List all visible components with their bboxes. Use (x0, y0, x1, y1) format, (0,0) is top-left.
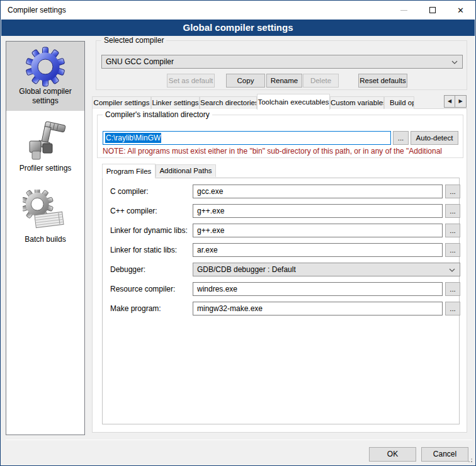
sidebar-item-label: Profiler settings (13, 164, 78, 173)
blue-gear-icon (25, 47, 65, 87)
page-title: Global compiler settings (1, 20, 475, 36)
settings-category-list: Global compiler settings (6, 41, 85, 435)
cpp-compiler-input[interactable] (193, 204, 443, 218)
selected-compiler-group: Selected compiler GNU GCC Compiler Set a… (96, 40, 467, 90)
installation-note: NOTE: All programs must exist either in … (103, 147, 461, 156)
sidebar-item-batch-builds[interactable]: Batch builds (6, 190, 84, 244)
settings-tab-bar: Compiler settings Linker settings Search… (92, 94, 467, 110)
resource-compiler-input[interactable] (193, 282, 443, 296)
installation-directory-value: C:\raylib\MinGW (105, 133, 161, 143)
installation-directory-input[interactable]: C:\raylib\MinGW (103, 131, 391, 145)
reset-defaults-button[interactable]: Reset defaults (358, 74, 407, 88)
tab-compiler-settings[interactable]: Compiler settings (92, 96, 151, 109)
debugger-label: Debugger: (110, 263, 145, 276)
window-title: Compiler settings (8, 1, 66, 20)
auto-detect-button[interactable]: Auto-detect (411, 131, 458, 145)
program-tab-bar: Program Files Additional Paths (102, 164, 216, 178)
close-icon: ✕ (457, 6, 464, 14)
tab-search-directories[interactable]: Search directories (200, 96, 257, 109)
chevron-down-icon (451, 60, 458, 64)
dynamic-linker-input[interactable] (193, 224, 443, 237)
compiler-select[interactable]: GNU GCC Compiler (101, 55, 463, 69)
minimize-icon (400, 10, 407, 11)
field-row: C compiler: ... (103, 185, 459, 198)
cpp-compiler-label: C++ compiler: (110, 204, 157, 218)
debugger-select-value: GDB/CDB debugger : Default (197, 265, 296, 274)
minimize-button (390, 1, 418, 20)
browse-directory-button[interactable]: ... (393, 131, 409, 145)
sidebar-item-label: Global compiler settings (13, 87, 78, 106)
tab-custom-variables[interactable]: Custom variables (330, 96, 384, 109)
rename-button[interactable]: Rename (266, 74, 302, 88)
tab-scroll-right-icon[interactable]: ▶ (455, 95, 467, 108)
debugger-select[interactable]: GDB/CDB debugger : Default (193, 263, 460, 276)
tab-toolchain-executables[interactable]: Toolchain executables (257, 94, 330, 110)
c-compiler-label: C compiler: (110, 185, 149, 198)
dynamic-linker-browse-button[interactable]: ... (445, 224, 460, 237)
cancel-button[interactable]: Cancel (421, 447, 468, 462)
field-row: Make program: ... (103, 302, 459, 315)
static-linker-label: Linker for static libs: (110, 243, 177, 257)
batch-builds-gear-icon (23, 190, 68, 235)
maximize-button[interactable] (418, 1, 446, 20)
copy-button[interactable]: Copy (226, 74, 265, 88)
sidebar-item-profiler-settings[interactable]: Profiler settings (6, 117, 84, 173)
compiler-settings-dialog: Compiler settings ✕ Global compiler sett… (0, 0, 476, 466)
maximize-icon (429, 7, 436, 13)
c-compiler-browse-button[interactable]: ... (445, 185, 460, 198)
resize-grip[interactable] (467, 457, 473, 463)
resource-compiler-browse-button[interactable]: ... (445, 282, 460, 296)
compiler-actions: Set as default Copy Rename Delete Reset … (96, 74, 467, 88)
profiler-caliper-icon (22, 117, 69, 164)
tab-linker-settings[interactable]: Linker settings (151, 96, 200, 109)
tab-build-options[interactable]: Build options (384, 96, 414, 109)
title-bar[interactable]: Compiler settings ✕ (1, 1, 475, 20)
dynamic-linker-label: Linker for dynamic libs: (110, 224, 188, 237)
tab-program-files[interactable]: Program Files (102, 164, 156, 178)
field-row: Linker for dynamic libs: ... (103, 224, 459, 237)
field-row: Linker for static libs: ... (103, 243, 459, 257)
make-program-label: Make program: (110, 302, 161, 315)
tab-additional-paths[interactable]: Additional Paths (156, 164, 216, 177)
footer-divider (6, 440, 472, 440)
resource-compiler-label: Resource compiler: (110, 282, 175, 296)
dialog-body: Global compiler settings (1, 36, 475, 465)
ok-button[interactable]: OK (369, 447, 416, 462)
compiler-select-value: GNU GCC Compiler (106, 57, 174, 66)
chevron-down-icon (449, 268, 455, 272)
make-program-input[interactable] (193, 302, 443, 315)
delete-button: Delete (303, 74, 339, 88)
field-row: Resource compiler: ... (103, 282, 459, 296)
static-linker-browse-button[interactable]: ... (445, 243, 460, 257)
field-row: C++ compiler: ... (103, 204, 459, 218)
window-controls: ✕ (390, 1, 475, 20)
c-compiler-input[interactable] (193, 185, 443, 198)
close-button[interactable]: ✕ (446, 1, 475, 20)
tab-scroll-buttons: ◀ ▶ (444, 95, 467, 108)
static-linker-input[interactable] (193, 243, 443, 257)
toolchain-executables-page: Compiler's installation directory C:\ray… (92, 108, 467, 433)
selected-compiler-legend: Selected compiler (101, 36, 166, 45)
sidebar-item-global-compiler-settings[interactable]: Global compiler settings (6, 42, 84, 111)
installation-directory-legend: Compiler's installation directory (103, 110, 212, 119)
field-row: Debugger: GDB/CDB debugger : Default (103, 263, 459, 276)
set-as-default-button: Set as default (167, 74, 215, 88)
installation-directory-group: Compiler's installation directory C:\ray… (97, 115, 463, 158)
tab-scroll-left-icon[interactable]: ◀ (444, 95, 455, 108)
program-files-page: C compiler: ... C++ compiler: ... Linker… (102, 178, 460, 424)
make-program-browse-button[interactable]: ... (445, 302, 460, 315)
cpp-compiler-browse-button[interactable]: ... (445, 204, 460, 218)
sidebar-item-label: Batch builds (13, 235, 78, 244)
